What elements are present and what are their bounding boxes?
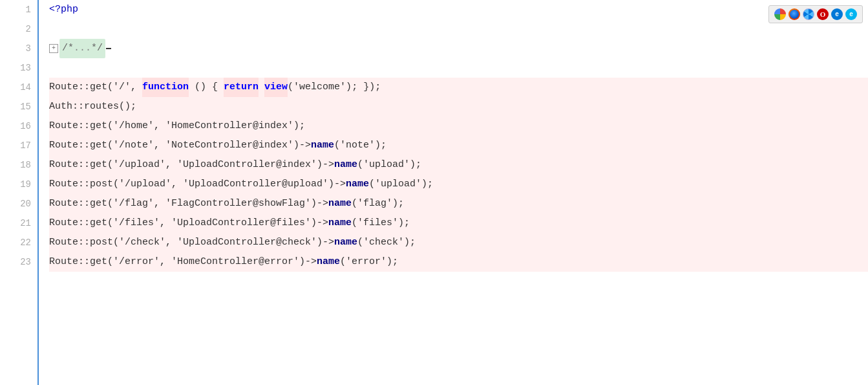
code-line-23: Route::get('/error', 'HomeController@err… xyxy=(49,252,868,272)
edge-chromium-icon: e xyxy=(845,8,857,20)
comment-collapsed: /*...*/ xyxy=(59,39,105,58)
edge-legacy-icon: e xyxy=(831,8,843,20)
firefox-icon xyxy=(789,8,800,20)
token-route-check-1: Route::post('/check', 'UploadController@… xyxy=(49,233,334,252)
code-line-1: <?php xyxy=(49,0,868,19)
line-num-2: 2 xyxy=(0,19,31,39)
line-num-14: 14 xyxy=(0,78,31,97)
token-end-14: ('welcome'); }); xyxy=(288,78,381,97)
token-route-files-2: ('files'); xyxy=(352,214,410,233)
line-num-21: 21 xyxy=(0,214,31,233)
token-route-home: Route::get('/home', 'HomeController@inde… xyxy=(49,116,305,136)
code-line-22: Route::post('/check', 'UploadController@… xyxy=(49,233,868,252)
line-num-13: 13 xyxy=(0,58,31,78)
token-route-error-1: Route::get('/error', 'HomeController@err… xyxy=(49,252,317,272)
token-route-error-2: ('error'); xyxy=(340,252,398,272)
token-route-upload-post-1: Route::post('/upload', 'UploadController… xyxy=(49,175,346,194)
safari-icon xyxy=(803,8,814,20)
token-route-upload-get-2: ('upload'); xyxy=(357,155,421,175)
code-line-13 xyxy=(49,58,868,78)
token-route-upload-get-1: Route::get('/upload', 'UploadController@… xyxy=(49,155,334,175)
line-num-3: 3 xyxy=(0,39,31,58)
code-area[interactable]: <?php +/*...*/ Route::get('/', function … xyxy=(39,0,868,385)
line-num-18: 18 xyxy=(0,155,31,175)
cursor xyxy=(106,48,111,49)
editor-container: 1 2 3 13 14 15 16 17 18 19 20 21 22 23 <… xyxy=(0,0,868,385)
code-line-17: Route::get('/note', 'NoteController@inde… xyxy=(49,136,868,155)
line-num-17: 17 xyxy=(0,136,31,155)
token-route-get-14: Route::get('/', xyxy=(49,78,142,97)
line-num-19: 19 xyxy=(0,175,31,194)
line-num-23: 23 xyxy=(0,252,31,272)
line-num-15: 15 xyxy=(0,97,31,116)
code-line-3: +/*...*/ xyxy=(49,39,868,58)
token-route-flag-2: ('flag'); xyxy=(352,194,404,214)
php-open-tag: <?php xyxy=(49,0,78,19)
line-num-20: 20 xyxy=(0,194,31,214)
token-route-files-1: Route::get('/files', 'UploadController@f… xyxy=(49,214,328,233)
opera-icon: O xyxy=(817,8,829,20)
code-line-15: Auth::routes(); xyxy=(49,97,868,116)
token-route-note-2: ('note'); xyxy=(334,136,386,155)
token-function: function xyxy=(142,78,189,97)
browser-icons-bar: O e e xyxy=(768,5,863,23)
code-line-16: Route::get('/home', 'HomeController@inde… xyxy=(49,116,868,136)
token-name-error: name xyxy=(317,252,340,272)
token-route-check-2: ('check'); xyxy=(357,233,416,252)
code-line-21: Route::get('/files', 'UploadController@f… xyxy=(49,214,868,233)
line-num-22: 22 xyxy=(0,233,31,252)
token-route-upload-post-2: ('upload'); xyxy=(369,175,433,194)
token-auth-routes: Auth::routes(); xyxy=(49,97,136,116)
token-return: return xyxy=(224,78,259,97)
collapse-button[interactable]: + xyxy=(49,44,58,53)
token-route-flag-1: Route::get('/flag', 'FlagController@show… xyxy=(49,194,328,214)
code-line-20: Route::get('/flag', 'FlagController@show… xyxy=(49,194,868,214)
code-line-2 xyxy=(49,19,868,39)
token-name-files: name xyxy=(328,214,352,233)
line-num-16: 16 xyxy=(0,116,31,136)
token-name-upload-post: name xyxy=(346,175,369,194)
token-view: view xyxy=(264,78,288,97)
line-num-1: 1 xyxy=(0,0,31,19)
token-name-check: name xyxy=(334,233,357,252)
line-numbers: 1 2 3 13 14 15 16 17 18 19 20 21 22 23 xyxy=(0,0,39,385)
code-line-19: Route::post('/upload', 'UploadController… xyxy=(49,175,868,194)
code-line-18: Route::get('/upload', 'UploadController@… xyxy=(49,155,868,175)
token-route-note-1: Route::get('/note', 'NoteController@inde… xyxy=(49,136,311,155)
chrome-icon xyxy=(774,8,786,20)
token-space-14 xyxy=(259,78,264,97)
token-name-upload-get: name xyxy=(334,155,357,175)
code-line-14: Route::get('/', function () { return vie… xyxy=(49,78,868,97)
token-name-flag: name xyxy=(328,194,352,214)
token-parens-14: () { xyxy=(189,78,224,97)
token-name-note: name xyxy=(311,136,334,155)
